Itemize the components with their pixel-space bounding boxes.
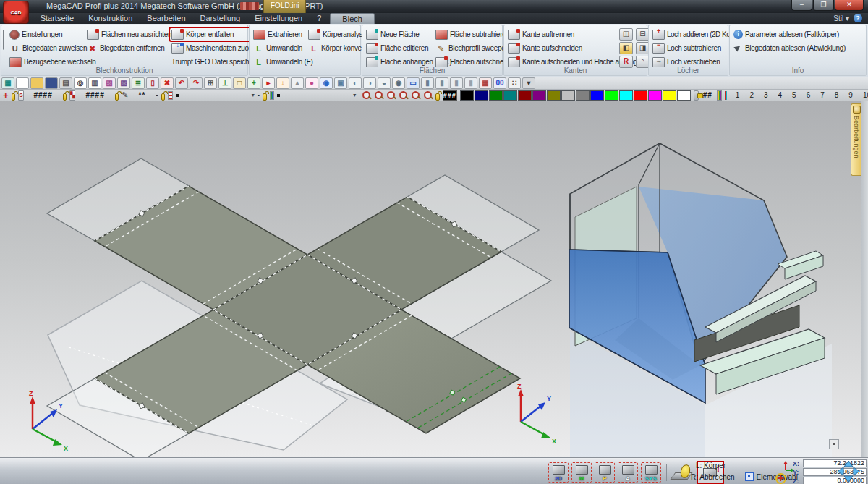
color-swatch[interactable] [475,90,488,101]
color-swatch[interactable] [576,90,590,101]
axes-icon[interactable]: ⊥ [218,77,231,89]
color-swatch[interactable] [677,90,691,101]
app-logo-icon[interactable]: CAD [3,1,29,24]
color-swatch[interactable] [619,90,633,101]
page-number[interactable]: 3 [764,91,768,99]
disc-top-icon[interactable]: ◐ [349,77,362,89]
overflow-icon[interactable]: ▾ [522,77,535,89]
layers-icon[interactable]: ≣ [132,77,145,89]
print-icon[interactable]: ▤ [59,77,72,89]
color-swatch[interactable] [547,90,561,101]
color-swatch[interactable] [518,90,532,101]
cube-icon[interactable]: ▣ [334,77,347,89]
grid-snap-icon[interactable]: ⊞ [204,77,217,89]
cone-icon[interactable]: ▲ [291,77,304,89]
color-swatch[interactable] [605,90,618,101]
lock-linetype-icon[interactable] [161,93,166,101]
page-number[interactable]: 8 [835,91,839,99]
drop-icon[interactable]: ↓ [276,77,289,89]
color-swatch[interactable] [532,90,546,101]
color-swatch[interactable] [489,90,503,101]
loch-addieren-button[interactable]: + Loch addieren (2D Kontur) [651,28,725,41]
umwandeln-f-button[interactable]: L Umwandeln (F) [252,56,304,68]
cylinder-c-icon[interactable]: ▮ [450,77,463,89]
cylinder-a-icon[interactable]: ▮ [421,77,434,89]
biegedaten-zuweisen-button[interactable]: U Biegedaten zuweisen [8,42,82,54]
maschinendaten-zuordnen-button[interactable]: ↓ Maschinendaten zuordnen [170,42,251,54]
mode-sys-button[interactable]: SYS [641,462,661,483]
save-icon[interactable] [45,77,58,89]
redo-icon[interactable]: ↷ [190,77,203,89]
color-swatch[interactable] [503,90,517,101]
viewport-corner-button[interactable] [829,439,839,449]
app-grid-icon[interactable]: ▦ [1,77,14,89]
lock-group-icon[interactable] [12,93,16,101]
menu-einstellungen[interactable]: Einstellungen [247,13,310,24]
pen-field[interactable]: ** [139,91,146,99]
flaechen-neu-ausrichten-button[interactable]: Flächen neu ausrichten [85,28,167,41]
erase-icon[interactable]: ✖ [161,77,174,89]
box-select-icon[interactable]: □ [233,77,246,89]
binary-icon[interactable]: 00 [493,77,506,89]
group-state-icon[interactable]: S [18,90,23,101]
koerper-konvertieren-button[interactable]: L Körper konvertieren [307,42,360,54]
kante-auftrennen-button[interactable]: Kante auftrennen [506,28,615,41]
elementwahl-toggle[interactable]: Elementwahl [745,472,798,481]
color-swatch[interactable] [561,90,575,101]
page-number[interactable]: 6 [807,91,811,99]
bars-icon[interactable] [725,91,727,100]
color-swatch[interactable] [663,90,676,101]
linewidth-preview[interactable] [277,94,350,97]
page-number[interactable]: 9 [848,91,853,99]
page-number[interactable]: 10 [863,91,868,99]
pointer-icon[interactable]: ▸ [262,77,275,89]
graphics-viewport[interactable]: Z Y X Z Y X Bearbeitungen [0,101,868,458]
mode-a-button[interactable]: A [618,462,638,483]
lock-pen-icon[interactable] [115,93,119,101]
menu-hilfe[interactable]: ? [310,13,328,24]
cylinder-d-icon[interactable]: ▮ [464,77,477,89]
move-icon[interactable]: + [247,77,260,89]
color-swatch[interactable] [648,90,662,101]
neue-flaeche-button[interactable]: Neue Fläche [365,28,431,41]
layer-field[interactable]: #### [85,91,104,99]
disc-front-icon[interactable]: ◒ [378,77,391,89]
color-hash-field[interactable]: ## [703,91,712,99]
zoom-in-icon[interactable] [399,90,408,100]
palette-icon[interactable] [717,90,722,101]
render-ball-icon[interactable]: ● [305,77,318,89]
pen-icon[interactable]: ✎ [122,90,128,100]
zoom-all-icon[interactable] [386,90,396,100]
loch-subtrahieren-button[interactable]: − Loch subtrahieren [651,42,725,54]
menu-bearbeiten[interactable]: Bearbeiten [140,13,192,24]
edge-tool-split-icon[interactable]: ◫ [619,28,633,41]
linewidth-dropdown-icon[interactable]: ▾ [353,92,356,98]
tab-blech-active[interactable]: Blech [330,13,375,25]
page-number[interactable]: 4 [778,91,783,99]
globe-icon[interactable]: ◉ [320,77,333,89]
blechprofil-sweepen-button[interactable]: ✎ Blechprofil sweepen [434,42,501,54]
monitor-icon[interactable]: ▭ [407,77,420,89]
zoom-dynamic-icon[interactable] [423,90,433,100]
page-number[interactable]: 1 [736,91,740,99]
biegedaten-entfernen-button[interactable]: ✖ Biegedaten entfernen [85,42,167,54]
zoom-window-icon[interactable] [362,90,371,100]
menu-startseite[interactable]: Startseite [33,13,81,24]
color-picker-icon[interactable] [694,90,699,101]
mode-2d-button[interactable]: 2D [548,462,569,483]
mode-p-button[interactable]: P [595,462,615,483]
maximize-button[interactable]: ❐ [813,0,834,11]
lock-layer-icon[interactable] [63,93,67,101]
group-field[interactable]: #### [34,91,53,99]
image-icon[interactable]: ▧ [103,77,116,89]
pan-control[interactable] [832,459,865,483]
page-number[interactable]: 2 [749,91,754,99]
undo-icon[interactable]: ↶ [175,77,188,89]
menu-konstruktion[interactable]: Konstruktion [81,13,140,24]
copy-pages-icon[interactable]: ▥ [88,77,101,89]
linetype-preview[interactable] [176,94,249,97]
linetype-dropdown-icon[interactable]: ▾ [252,92,255,98]
print-preview-icon[interactable]: ◎ [74,77,87,89]
bearbeitungen-tab[interactable]: Bearbeitungen [851,103,861,176]
umwandeln-button[interactable]: L Umwandeln [252,42,304,54]
